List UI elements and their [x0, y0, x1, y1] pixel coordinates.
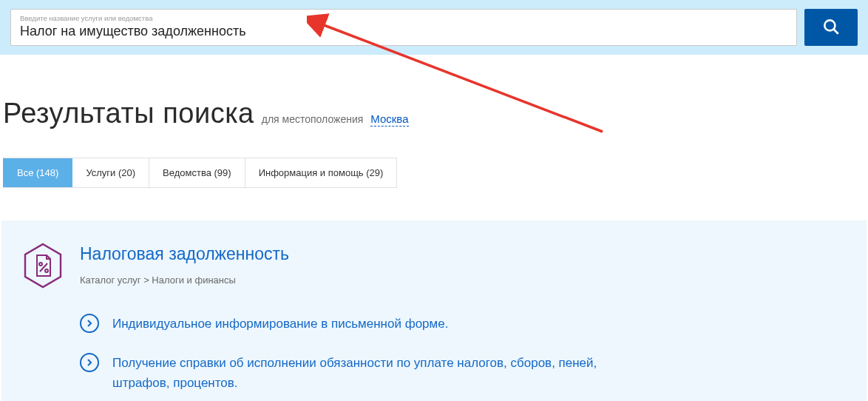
- location-link[interactable]: Москва: [370, 112, 408, 127]
- svg-point-4: [45, 269, 48, 272]
- result-link-row: Получение справки об исполнении обязанно…: [80, 353, 846, 393]
- tab-services[interactable]: Услуги (20): [72, 158, 149, 187]
- result-link-row: Индивидуальное информирование в письменн…: [80, 314, 846, 334]
- search-button[interactable]: [804, 9, 858, 46]
- svg-line-5: [40, 263, 47, 272]
- result-header: Налоговая задолженность Каталог услуг > …: [22, 243, 846, 292]
- search-bar: Введите название услуги или ведомства: [0, 0, 868, 55]
- svg-marker-2: [25, 244, 61, 287]
- svg-line-1: [834, 29, 838, 33]
- result-title[interactable]: Налоговая задолженность: [80, 244, 289, 264]
- tabs: Все (148) Услуги (20) Ведомства (99) Инф…: [3, 158, 397, 188]
- result-links: Индивидуальное информирование в письменн…: [80, 314, 846, 394]
- location-prefix: для местоположения: [262, 113, 364, 125]
- page-title: Результаты поиска: [3, 98, 254, 129]
- tab-all[interactable]: Все (148): [3, 158, 72, 187]
- svg-point-3: [39, 263, 42, 266]
- search-input[interactable]: [20, 24, 787, 39]
- chevron-right-icon: [80, 314, 99, 333]
- search-label: Введите название услуги или ведомства: [20, 14, 787, 22]
- result-link[interactable]: Индивидуальное информирование в письменн…: [112, 314, 448, 334]
- tab-agencies[interactable]: Ведомства (99): [149, 158, 245, 187]
- breadcrumb: Каталог услуг > Налоги и финансы: [80, 274, 289, 286]
- search-icon: [821, 17, 841, 38]
- tab-info[interactable]: Информация и помощь (29): [245, 158, 398, 187]
- result-card: Налоговая задолженность Каталог услуг > …: [1, 220, 867, 401]
- document-percent-icon: [22, 243, 64, 292]
- result-title-block: Налоговая задолженность Каталог услуг > …: [80, 243, 289, 286]
- result-link[interactable]: Получение справки об исполнении обязанно…: [112, 353, 645, 393]
- chevron-right-icon: [80, 353, 99, 372]
- search-field-container[interactable]: Введите название услуги или ведомства: [10, 9, 797, 46]
- heading-row: Результаты поиска для местоположения Мос…: [0, 55, 868, 152]
- svg-point-0: [824, 20, 835, 30]
